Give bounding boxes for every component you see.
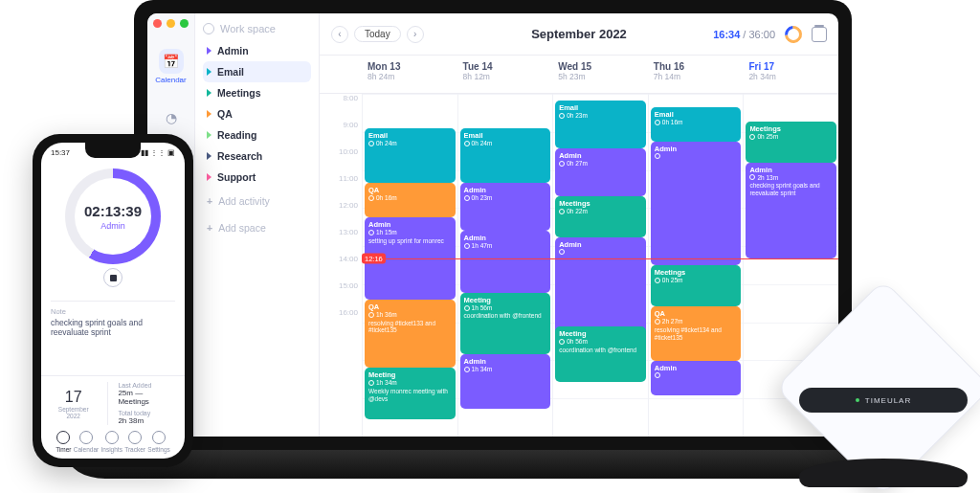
calendar-event[interactable]: Meetings0h 25m xyxy=(746,122,836,163)
activity-label: Email xyxy=(217,66,244,78)
add-space-button[interactable]: + Add space xyxy=(203,214,311,241)
maximize-icon[interactable] xyxy=(180,19,189,28)
day-header[interactable]: Thu 167h 14m xyxy=(648,56,744,93)
activity-item[interactable]: Reading xyxy=(203,124,311,146)
activity-item[interactable]: Meetings xyxy=(203,82,311,103)
day-column[interactable]: Email0h 24mQA0h 16mAdmin1h 15msetting up… xyxy=(362,94,457,437)
calendar-event[interactable]: Admin0h 23m xyxy=(460,183,551,231)
calendar-event[interactable]: Meeting1h 56mcoordination with @frontend xyxy=(460,293,551,354)
phone-tab[interactable]: Settings xyxy=(147,431,170,453)
nav-calendar-label: Calendar xyxy=(155,76,188,84)
calendar-event[interactable]: Meeting0h 56mcoordination with @frontend xyxy=(555,326,646,381)
activity-item[interactable]: Research xyxy=(203,146,311,167)
note-value: checking sprint goals and reevaluate spr… xyxy=(51,318,175,337)
minimize-icon[interactable] xyxy=(167,19,175,28)
calendar-event[interactable]: Email0h 24m xyxy=(365,128,456,183)
calendar-event[interactable]: Admin xyxy=(651,361,742,395)
calendar-event[interactable]: Admin1h 47m xyxy=(460,231,551,292)
phone-tab[interactable]: Insights xyxy=(101,431,122,453)
hour-labels: 8:009:0010:0011:0012:0013:0014:0015:0016… xyxy=(320,94,362,437)
calendar-event[interactable]: QA1h 36mresolving #ticket133 and #ticket… xyxy=(365,300,456,369)
phone-tab[interactable]: Timer xyxy=(56,431,71,453)
day-header[interactable]: Wed 155h 23m xyxy=(552,56,648,93)
calendar-event[interactable]: QA2h 27mresolving #ticket134 and #ticket… xyxy=(651,306,742,361)
nav-calendar[interactable]: 📅 Calendar xyxy=(155,45,188,88)
tracker-brand: TIMEULAR xyxy=(865,396,911,405)
add-space-label: Add space xyxy=(218,222,266,234)
calendar-event[interactable]: Admin xyxy=(651,142,742,265)
calendar-event[interactable]: Meetings0h 25m xyxy=(651,265,742,306)
nav-insights[interactable]: ◔ xyxy=(155,101,188,136)
chevron-right-icon xyxy=(207,47,212,55)
calendar-event[interactable]: Admin2h 13mchecking sprint goals and ree… xyxy=(746,163,836,258)
day-header[interactable]: Tue 148h 12m xyxy=(457,56,553,93)
workspace-header[interactable]: Work space xyxy=(203,23,311,34)
activity-sidebar: Work space AdminEmailMeetingsQAReadingRe… xyxy=(195,13,320,437)
phone-tab[interactable]: Tracker xyxy=(124,431,145,453)
calendar-event[interactable]: Meetings0h 22m xyxy=(555,196,646,237)
calendar-event[interactable]: Admin0h 27m xyxy=(555,148,646,196)
day-header[interactable]: Fri 172h 34m xyxy=(743,56,838,93)
next-week-button[interactable]: › xyxy=(407,26,424,43)
calendar-event[interactable]: QA0h 16m xyxy=(365,183,456,217)
note-label: Note xyxy=(51,307,175,316)
day-number: 17 xyxy=(51,389,96,406)
day-column[interactable]: Email0h 16mAdminMeetings0h 25mQA2h 27mre… xyxy=(648,94,744,437)
status-time: 15:37 xyxy=(51,148,70,157)
calendar-icon: 📅 xyxy=(159,49,184,74)
stop-icon xyxy=(110,275,117,281)
elapsed-time: 16:34 xyxy=(713,29,740,40)
tracker-label: TIMEULAR xyxy=(799,388,968,413)
progress-ring-icon xyxy=(781,22,805,46)
chevron-right-icon xyxy=(207,89,212,97)
calendar-settings-icon[interactable] xyxy=(812,27,827,42)
total-today-value: 2h 38m xyxy=(118,416,175,425)
status-led-icon xyxy=(856,398,859,402)
status-icons: ▮▮ ⋮⋮ ▣ xyxy=(141,148,175,157)
activity-item[interactable]: Admin xyxy=(203,40,311,61)
activity-item[interactable]: Support xyxy=(203,167,311,188)
note-section[interactable]: Note checking sprint goals and reevaluat… xyxy=(51,301,175,337)
calendar-event[interactable]: Email0h 24m xyxy=(460,128,551,183)
prev-week-button[interactable]: ‹ xyxy=(331,26,348,43)
laptop-mockup: 📅 Calendar ◔ ◈ Work space AdminEmailMeet… xyxy=(134,0,852,483)
calendar-grid[interactable]: 8:009:0010:0011:0012:0013:0014:0015:0016… xyxy=(320,94,838,437)
activity-label: Research xyxy=(217,150,262,162)
today-button[interactable]: Today xyxy=(354,26,401,42)
day-column[interactable]: Email0h 23mAdmin0h 27mMeetings0h 22mAdmi… xyxy=(552,94,648,437)
calendar-event[interactable]: Admin1h 34m xyxy=(460,354,551,409)
laptop-base xyxy=(67,450,919,479)
day-column[interactable]: Email0h 24mAdmin0h 23mAdmin1h 47mMeeting… xyxy=(457,94,553,437)
activity-label: Reading xyxy=(217,129,256,141)
timer-widget: 02:13:39 Admin xyxy=(41,165,185,287)
tab-icon xyxy=(128,431,142,444)
activity-item[interactable]: Email xyxy=(203,61,311,82)
gear-icon xyxy=(203,23,214,34)
add-activity-button[interactable]: + Add activity xyxy=(203,188,311,214)
day-stats: 17 September 2022 Last Added 25m — Meeti… xyxy=(51,382,175,425)
plus-icon: + xyxy=(207,222,212,234)
close-icon[interactable] xyxy=(153,19,162,28)
phone-tab[interactable]: Calendar xyxy=(74,431,99,453)
chevron-right-icon xyxy=(207,110,212,118)
day-header[interactable]: Mon 138h 24m xyxy=(362,56,457,93)
stop-button[interactable] xyxy=(103,268,122,287)
now-time-label: 12:16 xyxy=(362,253,386,263)
month-title: September 2022 xyxy=(531,27,627,41)
tab-icon xyxy=(56,431,70,444)
window-controls[interactable] xyxy=(153,19,189,28)
activity-item[interactable]: QA xyxy=(203,103,311,124)
tab-icon xyxy=(79,431,93,444)
activity-label: QA xyxy=(217,108,233,120)
day-month: September 2022 xyxy=(51,406,96,419)
calendar-event[interactable]: Email0h 23m xyxy=(555,101,646,148)
tab-icon xyxy=(152,431,166,444)
timer-activity: Admin xyxy=(100,221,125,231)
add-activity-label: Add activity xyxy=(218,195,270,207)
phone-mockup: 15:37 ▮▮ ⋮⋮ ▣ 02:13:39 Admin Note checki… xyxy=(33,134,193,467)
tracker-stand xyxy=(799,459,968,487)
activity-label: Admin xyxy=(217,45,249,56)
timer-ring: 02:13:39 Admin xyxy=(65,168,161,264)
calendar-event[interactable]: Email0h 16m xyxy=(651,107,742,142)
calendar-event[interactable]: Meeting1h 34mWeekly monrec meeting with … xyxy=(365,368,456,419)
